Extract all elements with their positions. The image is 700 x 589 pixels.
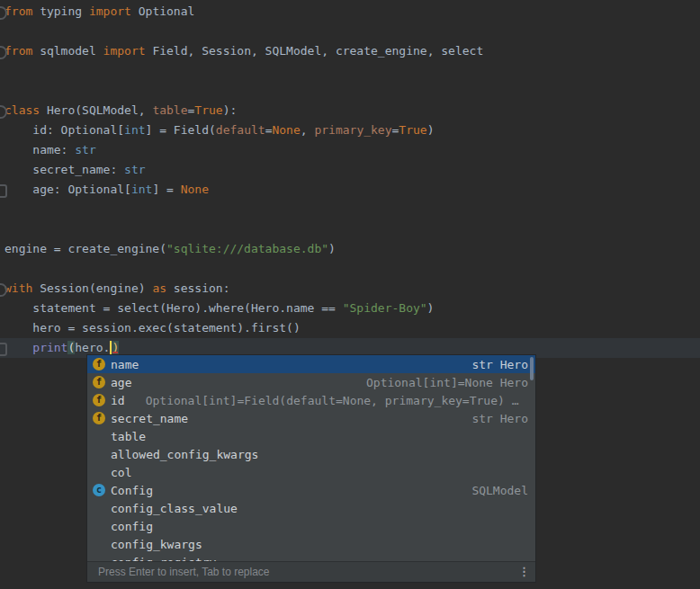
code-token: int	[124, 123, 145, 137]
code-token: with	[4, 281, 32, 295]
completion-item-table[interactable]: table	[87, 427, 535, 445]
code-token: id: Optional[	[4, 123, 124, 137]
completion-item-config_class_value[interactable]: config_class_value	[87, 499, 535, 517]
completion-item-signature: Optional[int]=Field(default=None, primar…	[146, 394, 519, 407]
completion-item-label: id	[111, 394, 125, 407]
code-token: str	[124, 163, 145, 176]
code-line[interactable]: from typing import Optional	[4, 2, 194, 22]
field-icon: f	[93, 376, 105, 388]
completion-item-label: config	[111, 520, 153, 533]
completion-item-label: table	[111, 430, 146, 443]
completion-hint: Press Enter to insert, Tab to replace	[98, 566, 270, 578]
code-token: hero = session.exec(statement).first()	[4, 321, 301, 335]
code-token: as	[152, 281, 166, 295]
code-token: primary_key	[314, 123, 391, 137]
code-line[interactable]: id: Optional[int] = Field(default=None, …	[4, 120, 434, 140]
code-token: "Spider-Boy"	[343, 301, 427, 315]
completion-item-secret_name[interactable]: fsecret_namestr Hero	[87, 409, 535, 427]
code-line[interactable]: hero = session.exec(statement).first()	[4, 318, 301, 338]
code-line[interactable]: name: str	[4, 140, 96, 160]
code-token: Session(engine)	[32, 281, 152, 295]
completion-item-allowed_config_kwargs[interactable]: allowed_config_kwargs	[87, 445, 535, 463]
code-token: import	[89, 4, 131, 18]
code-token: )	[112, 341, 119, 354]
completion-item-type: str Hero	[471, 412, 535, 425]
code-line[interactable]: from sqlmodel import Field, Session, SQL…	[4, 41, 483, 61]
field-icon: f	[93, 394, 105, 406]
code-token: )	[328, 242, 336, 255]
code-token: default	[216, 123, 265, 137]
code-token: Hero(SQLModel,	[40, 103, 152, 117]
code-line[interactable]: class Hero(SQLModel, table=True):	[4, 101, 237, 120]
code-token: sqlmodel	[32, 44, 103, 58]
code-editor: from typing import Optionalfrom sqlmodel…	[0, 0, 700, 589]
code-token: ] = Field(	[146, 123, 216, 137]
code-token: hero.	[75, 341, 110, 354]
completion-item-type: Optional[int]=None Hero	[366, 376, 535, 389]
code-token: engine = create_engine(	[4, 242, 166, 255]
completion-item-col[interactable]: col	[87, 463, 535, 481]
code-token: "sqlite:///database.db"	[166, 242, 328, 255]
completion-item-config[interactable]: config	[87, 517, 535, 535]
code-token: Field, Session, SQLModel, create_engine,…	[146, 44, 484, 58]
code-token	[4, 341, 32, 354]
completion-item-config_registry[interactable]: config_registry	[87, 553, 535, 561]
code-token: import	[103, 44, 146, 58]
completion-item-age[interactable]: fageOptional[int]=None Hero	[87, 373, 535, 391]
code-token: True	[194, 103, 222, 117]
code-token: age: Optional[	[4, 183, 131, 196]
completion-item-label: age	[111, 376, 131, 389]
field-icon: f	[93, 358, 105, 370]
completion-item-Config[interactable]: cConfigSQLModel	[87, 481, 535, 499]
completion-item-label: config_class_value	[111, 502, 238, 515]
code-token: typing	[32, 4, 89, 18]
completion-item-type: SQLModel	[471, 484, 535, 497]
code-token: True	[399, 123, 426, 137]
code-token: ,	[301, 123, 315, 137]
gutter-icon[interactable]	[0, 343, 7, 356]
completion-item-label: name	[111, 358, 139, 371]
more-options-icon[interactable]: ⋮	[518, 562, 530, 582]
code-token: statement = select(Hero).where(Hero.name…	[4, 301, 343, 315]
completion-list: fnamestr HerofageOptional[int]=None Hero…	[87, 355, 535, 561]
completion-item-label: Config	[111, 484, 153, 497]
code-token: None	[181, 183, 209, 196]
completion-item-config_kwargs[interactable]: config_kwargs	[87, 535, 535, 553]
completion-item-label: allowed_config_kwargs	[111, 448, 258, 461]
code-token: class	[4, 103, 40, 117]
code-token: None	[272, 123, 300, 137]
completion-item-name[interactable]: fnamestr Hero	[87, 355, 535, 373]
field-icon: f	[93, 412, 105, 424]
completion-popup: fnamestr HerofageOptional[int]=None Hero…	[86, 354, 536, 583]
scrollbar-thumb[interactable]	[530, 357, 534, 380]
code-token: int	[131, 183, 152, 196]
code-token: secret_name:	[4, 163, 124, 176]
code-token: from	[4, 4, 32, 18]
code-token: print	[32, 341, 67, 354]
completion-footer: Press Enter to insert, Tab to replace ⋮	[87, 561, 535, 582]
gutter-icon[interactable]	[0, 184, 7, 198]
completion-item-id[interactable]: fidOptional[int]=Field(default=None, pri…	[87, 391, 535, 409]
completion-item-label: config_kwargs	[111, 538, 202, 551]
code-token: table	[152, 103, 187, 117]
code-token: from	[4, 44, 32, 58]
code-token: session:	[166, 281, 229, 295]
code-line[interactable]: statement = select(Hero).where(Hero.name…	[4, 299, 434, 318]
code-token: str	[75, 143, 95, 156]
code-token: ):	[223, 103, 238, 117]
code-token: name:	[4, 143, 75, 156]
code-token: )	[427, 123, 435, 137]
class-icon: c	[93, 484, 105, 496]
code-line[interactable]: with Session(engine) as session:	[4, 279, 229, 299]
code-line[interactable]: secret_name: str	[4, 160, 146, 180]
completion-item-type: str Hero	[471, 358, 535, 371]
code-token: ] =	[152, 183, 180, 196]
completion-item-label: secret_name	[111, 412, 188, 425]
code-token: )	[427, 301, 435, 315]
code-line[interactable]: engine = create_engine("sqlite:///databa…	[4, 239, 336, 259]
completion-item-label: col	[111, 466, 131, 479]
code-token: Optional	[131, 4, 194, 18]
code-line[interactable]: age: Optional[int] = None	[4, 180, 209, 200]
